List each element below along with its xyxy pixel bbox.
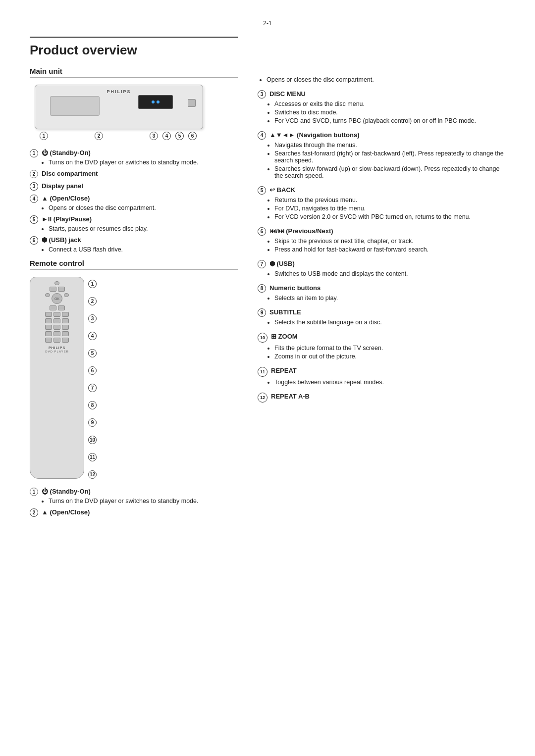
remote-body: OK xyxy=(30,277,84,479)
remote-item-list: 1 ⏻ (Standby-On) Turns on the DVD player… xyxy=(30,488,238,517)
right-num-9: 9 xyxy=(258,308,266,317)
right-column: Opens or closes the disc compartment. 3 … xyxy=(258,37,505,523)
main-unit-item-1: 1 ⏻ (Standby-On) Turns on the DVD player… xyxy=(30,149,238,166)
main-unit-item-5: 5 ►II (Play/Pause) Starts, pauses or res… xyxy=(30,215,238,232)
open-close-bullet: Opens or closes the disc compartment. xyxy=(267,76,505,83)
right-title-3: DISC MENU xyxy=(269,90,306,98)
main-unit-item-3: 3 Display panel xyxy=(30,182,238,191)
remote-btn-row2b xyxy=(58,287,65,292)
main-unit-item-list: 1 ⏻ (Standby-On) Turns on the DVD player… xyxy=(30,149,238,253)
main-unit-item-6: 6 ⬢ (USB) jack Connect a USB flash drive… xyxy=(30,236,238,253)
right-desc-4-2: Searches fast-forward (right) or fast-ba… xyxy=(274,150,505,164)
right-desc-5-2: For DVD, navigates to title menu. xyxy=(274,205,505,212)
remote-btn-row4b xyxy=(58,305,65,310)
remote-btn-row9b xyxy=(54,338,60,343)
callout-6: 6 xyxy=(188,132,197,140)
right-title-12: REPEAT A-B xyxy=(271,393,310,400)
item-title-1: ⏻ (Standby-On) xyxy=(42,149,91,156)
right-items-container: 3 DISC MENU Accesses or exits the disc m… xyxy=(258,90,505,403)
right-desc-6-1: Skips to the previous or next title, cha… xyxy=(274,238,505,245)
right-num-10: 10 xyxy=(258,333,268,343)
remote-btn-circle: OK xyxy=(52,293,62,304)
display-dot2 xyxy=(157,101,160,103)
right-num-4: 4 xyxy=(258,131,266,140)
right-num-12: 12 xyxy=(258,393,268,403)
remote-callout-10: 10 xyxy=(88,436,97,444)
page-number: 2-1 xyxy=(30,20,505,27)
remote-btn-row5b xyxy=(54,312,60,317)
right-item-8: 8 Numeric buttons Selects an item to pla… xyxy=(258,284,505,302)
remote-callout-9: 9 xyxy=(88,418,97,427)
right-item-12: 12 REPEAT A-B xyxy=(258,393,505,403)
right-desc-4-3: Searches slow-forward (up) or slow-backw… xyxy=(274,165,505,179)
right-item-3: 3 DISC MENU Accesses or exits the disc m… xyxy=(258,90,505,124)
right-num-8: 8 xyxy=(258,284,266,293)
callout-2: 2 xyxy=(95,132,103,140)
remote-callout-nums: 1 2 3 4 5 6 7 8 9 10 11 12 xyxy=(88,277,98,479)
right-desc-11-1: Toggles between various repeat modes. xyxy=(274,379,505,386)
callout-3: 3 xyxy=(150,132,158,140)
right-num-11: 11 xyxy=(258,367,268,377)
open-close-cont-bullet: Opens or closes the disc compartment. xyxy=(267,76,505,83)
usb-port-visual xyxy=(188,99,196,107)
right-title-8: Numeric buttons xyxy=(269,284,321,292)
item-title-5: ►II (Play/Pause) xyxy=(42,215,92,223)
right-desc-6-2: Press and hold for fast-backward or fast… xyxy=(274,246,505,253)
main-unit-item-4: 4 ▲ (Open/Close) Opens or closes the dis… xyxy=(30,195,238,211)
remote-item-1: 1 ⏻ (Standby-On) Turns on the DVD player… xyxy=(30,488,238,504)
callout-1: 1 xyxy=(40,132,48,140)
right-desc-10-2: Zooms in or out of the picture. xyxy=(274,353,505,360)
main-unit-item-2: 2 Disc compartment xyxy=(30,170,238,178)
callout-5: 5 xyxy=(175,132,184,140)
remote-callout-3: 3 xyxy=(88,314,97,323)
remote-callout-12: 12 xyxy=(88,470,97,479)
remote-philips-logo: PHILIPSDVD PLAYER xyxy=(33,346,81,353)
right-title-10: ⊞ ZOOM xyxy=(271,333,298,340)
right-item-4: 4 ▲▼◄► (Navigation buttons) Navigates th… xyxy=(258,131,505,179)
item-desc-1-1: Turns on the DVD player or switches to s… xyxy=(49,159,238,166)
left-column: Product overview Main unit PHILIPS 1 xyxy=(30,37,238,523)
item-num-4: 4 xyxy=(30,195,38,203)
callout-row: 1 2 3 4 5 6 xyxy=(40,132,198,140)
remote-btn-row2a xyxy=(50,287,56,292)
remote-btn-row4a xyxy=(50,305,56,310)
right-desc-5-3: For VCD version 2.0 or SVCD with PBC tur… xyxy=(274,213,505,220)
item-desc-4-1: Opens or closes the disc compartment. xyxy=(49,204,238,211)
remote-callout-2: 2 xyxy=(88,297,97,305)
remote-callout-7: 7 xyxy=(88,384,97,392)
remote-btn-left xyxy=(45,293,50,297)
callout-4: 4 xyxy=(162,132,171,140)
remote-btn-row7a xyxy=(45,325,52,330)
remote-control-title: Remote control xyxy=(30,259,238,270)
right-num-7: 7 xyxy=(258,260,266,268)
remote-item-title-1: ⏻ (Standby-On) xyxy=(42,488,91,495)
remote-btn-row8a xyxy=(45,331,52,336)
remote-item-num-1: 1 xyxy=(30,488,38,496)
right-item-7: 7 ⬢ (USB) Switches to USB mode and displ… xyxy=(258,260,505,277)
remote-btn-row7b xyxy=(54,325,60,330)
item-num-2: 2 xyxy=(30,170,38,178)
right-title-4: ▲▼◄► (Navigation buttons) xyxy=(269,131,359,139)
remote-callout-1: 1 xyxy=(88,280,97,288)
item-num-5: 5 xyxy=(30,215,38,224)
remote-callout-5: 5 xyxy=(88,349,97,357)
right-desc-7-1: Switches to USB mode and displays the co… xyxy=(274,270,505,277)
remote-btn-top1 xyxy=(54,281,59,285)
right-title-11: REPEAT xyxy=(271,367,297,374)
right-spacer xyxy=(258,37,505,76)
right-item-11: 11 REPEAT Toggles between various repeat… xyxy=(258,367,505,386)
remote-item-desc-1-1: Turns on the DVD player or switches to s… xyxy=(49,498,238,504)
remote-btn-row8c xyxy=(62,331,69,336)
remote-btn-row9c xyxy=(62,338,69,343)
remote-callout-8: 8 xyxy=(88,401,97,409)
remote-btn-row6c xyxy=(62,318,69,323)
item-desc-5-1: Starts, pauses or resumes disc play. xyxy=(49,225,238,232)
right-title-9: SUBTITLE xyxy=(269,308,301,316)
remote-btn-right xyxy=(64,293,69,297)
display-panel-visual xyxy=(138,95,173,109)
right-desc-4-1: Navigates through the menus. xyxy=(274,142,505,149)
remote-btn-row8b xyxy=(54,331,60,336)
main-unit-title: Main unit xyxy=(30,67,238,78)
disc-slot-visual xyxy=(50,96,100,116)
right-title-5: ↩ BACK xyxy=(269,186,295,194)
